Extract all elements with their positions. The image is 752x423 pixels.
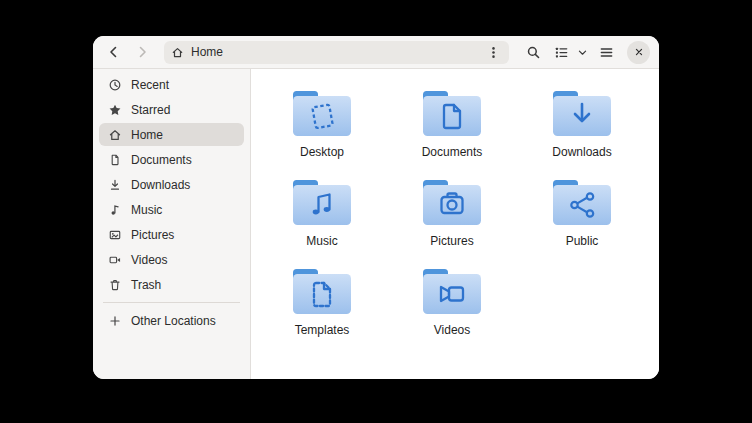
folder-icon <box>290 176 354 228</box>
sidebar-item-label: Downloads <box>131 178 190 192</box>
sidebar-item-label: Videos <box>131 253 167 267</box>
folder-grid: Desktop Documents <box>251 69 659 379</box>
folder-icon <box>420 176 484 228</box>
folder-icon <box>420 87 484 139</box>
kebab-menu-icon <box>486 45 501 60</box>
sidebar-item-home[interactable]: Home <box>99 123 244 146</box>
folder-downloads[interactable]: Downloads <box>517 87 647 176</box>
sidebar-item-label: Recent <box>131 78 169 92</box>
home-icon <box>107 128 122 142</box>
folder-label: Desktop <box>300 145 344 159</box>
home-icon <box>171 46 184 59</box>
close-icon <box>633 46 645 58</box>
back-button[interactable] <box>102 40 126 64</box>
sidebar-item-label: Other Locations <box>131 314 216 328</box>
sidebar-item-label: Documents <box>131 153 192 167</box>
plus-icon <box>107 314 122 328</box>
close-window-button[interactable] <box>627 41 650 64</box>
sidebar-item-documents[interactable]: Documents <box>99 148 244 171</box>
folder-label: Music <box>306 234 337 248</box>
sidebar-item-music[interactable]: Music <box>99 198 244 221</box>
search-button[interactable] <box>521 40 545 64</box>
folder-music[interactable]: Music <box>257 176 387 265</box>
sidebar-item-trash[interactable]: Trash <box>99 273 244 296</box>
folder-label: Pictures <box>430 234 473 248</box>
sidebar-separator <box>103 302 240 303</box>
sidebar-item-label: Trash <box>131 278 161 292</box>
hamburger-menu-icon <box>599 45 614 60</box>
forward-button[interactable] <box>130 40 154 64</box>
view-switcher <box>549 40 590 64</box>
music-note-icon <box>107 203 122 217</box>
folder-label: Downloads <box>552 145 611 159</box>
star-icon <box>107 103 122 117</box>
file-manager-window: Home <box>93 36 659 379</box>
list-view-icon <box>554 45 569 60</box>
video-icon <box>107 253 122 267</box>
folder-label: Documents <box>422 145 483 159</box>
document-icon <box>107 153 122 167</box>
folder-label: Public <box>566 234 599 248</box>
chevron-right-icon <box>134 44 150 60</box>
sidebar-item-videos[interactable]: Videos <box>99 248 244 271</box>
path-bar[interactable]: Home <box>164 41 509 64</box>
sidebar-item-label: Music <box>131 203 162 217</box>
folder-icon <box>550 176 614 228</box>
main-menu-button[interactable] <box>594 40 618 64</box>
search-icon <box>526 45 541 60</box>
trash-icon <box>107 278 122 292</box>
window-content: Recent Starred Home Documents <box>93 69 659 379</box>
sidebar-item-pictures[interactable]: Pictures <box>99 223 244 246</box>
list-view-button[interactable] <box>549 40 573 64</box>
clock-icon <box>107 78 122 92</box>
download-icon <box>107 178 122 192</box>
folder-pictures[interactable]: Pictures <box>387 176 517 265</box>
headerbar: Home <box>93 36 659 69</box>
sidebar-item-label: Home <box>131 128 163 142</box>
sidebar-item-label: Starred <box>131 103 170 117</box>
view-options-button[interactable] <box>574 40 590 64</box>
picture-icon <box>107 228 122 242</box>
chevron-left-icon <box>106 44 122 60</box>
chevron-down-icon <box>577 47 588 58</box>
sidebar-item-starred[interactable]: Starred <box>99 98 244 121</box>
folder-public[interactable]: Public <box>517 176 647 265</box>
folder-documents[interactable]: Documents <box>387 87 517 176</box>
folder-icon <box>290 87 354 139</box>
folder-videos[interactable]: Videos <box>387 265 517 354</box>
folder-label: Videos <box>434 323 470 337</box>
path-label: Home <box>191 45 223 59</box>
sidebar-item-label: Pictures <box>131 228 174 242</box>
folder-icon <box>550 87 614 139</box>
folder-desktop[interactable]: Desktop <box>257 87 387 176</box>
sidebar-item-recent[interactable]: Recent <box>99 73 244 96</box>
current-folder-menu-button[interactable] <box>484 43 502 61</box>
folder-label: Templates <box>295 323 350 337</box>
folder-icon <box>290 265 354 317</box>
sidebar-item-other-locations[interactable]: Other Locations <box>99 309 244 332</box>
folder-templates[interactable]: Templates <box>257 265 387 354</box>
sidebar-item-downloads[interactable]: Downloads <box>99 173 244 196</box>
sidebar: Recent Starred Home Documents <box>93 69 251 379</box>
folder-icon <box>420 265 484 317</box>
